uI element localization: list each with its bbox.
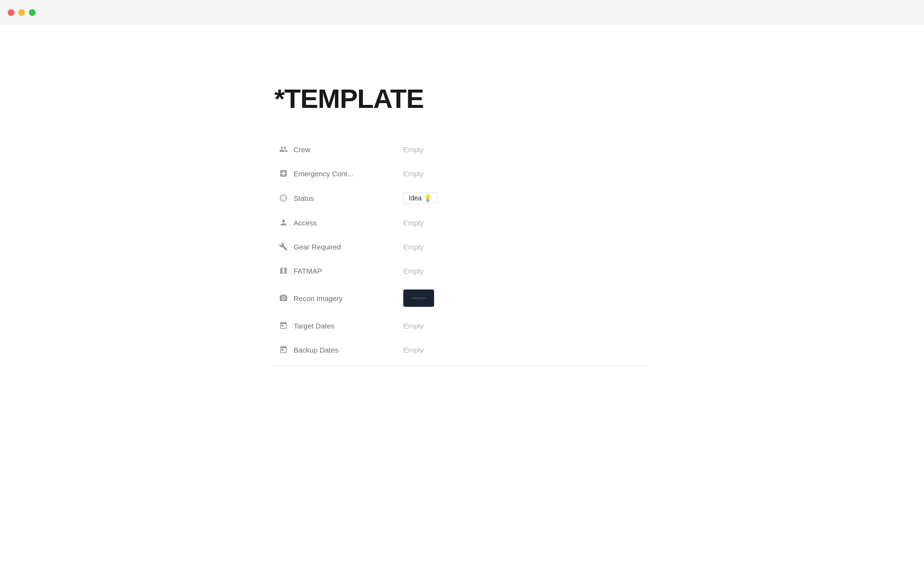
property-list: Crew Empty Emergency Cont... Empty: [274, 137, 650, 362]
calendar-icon: [278, 320, 289, 331]
fatmap-value: Empty: [403, 267, 646, 275]
minimize-button[interactable]: [18, 9, 25, 16]
property-row-target-dates[interactable]: Target Dates Empty: [274, 314, 650, 338]
property-row-status[interactable]: Status Idea 💡: [274, 185, 650, 210]
traffic-lights: [8, 9, 36, 16]
map-icon: [278, 265, 289, 276]
status-icon: [278, 193, 289, 203]
recon-imagery-label: Recon Imagery: [294, 294, 343, 302]
emergency-contact-label: Emergency Cont...: [294, 170, 353, 178]
property-label-access: Access: [278, 217, 403, 228]
target-dates-value: Empty: [403, 322, 646, 330]
property-row-backup-dates[interactable]: Backup Dates Empty: [274, 338, 650, 362]
target-dates-label: Target Dates: [294, 322, 334, 330]
people-icon: [278, 144, 289, 155]
maximize-button[interactable]: [29, 9, 36, 16]
main-content: *TEMPLATE Crew Empty: [0, 0, 924, 405]
status-badge[interactable]: Idea 💡: [403, 192, 437, 204]
titlebar: [0, 0, 924, 25]
crew-value: Empty: [403, 145, 646, 154]
gear-required-value: Empty: [403, 243, 646, 251]
property-row-emergency-contact[interactable]: Emergency Cont... Empty: [274, 161, 650, 185]
property-label-emergency-contact: Emergency Cont...: [278, 168, 403, 179]
property-label-gear-required: Gear Required: [278, 241, 403, 252]
page-title[interactable]: *TEMPLATE: [274, 83, 650, 114]
backup-dates-label: Backup Dates: [294, 346, 338, 354]
emergency-contact-value: Empty: [403, 170, 646, 178]
property-row-gear-required[interactable]: Gear Required Empty: [274, 235, 650, 259]
property-row-fatmap[interactable]: FATMAP Empty: [274, 259, 650, 283]
property-label-recon-imagery: Recon Imagery: [278, 293, 403, 303]
status-value: Idea 💡: [403, 192, 646, 204]
camera-icon: [278, 293, 289, 303]
property-label-backup-dates: Backup Dates: [278, 344, 403, 355]
property-row-access[interactable]: Access Empty: [274, 210, 650, 235]
wrench-icon: [278, 241, 289, 252]
property-label-fatmap: FATMAP: [278, 265, 403, 276]
property-label-status: Status: [278, 193, 403, 203]
access-label: Access: [294, 219, 317, 227]
person-icon: [278, 217, 289, 228]
fatmap-label: FATMAP: [294, 267, 322, 275]
recon-thumbnail[interactable]: [403, 289, 434, 307]
bottom-divider: [274, 366, 650, 366]
medical-icon: [278, 168, 289, 179]
property-row-crew[interactable]: Crew Empty: [274, 137, 650, 161]
access-value: Empty: [403, 219, 646, 227]
property-label-target-dates: Target Dates: [278, 320, 403, 331]
property-row-recon-imagery[interactable]: Recon Imagery: [274, 283, 650, 314]
status-label: Status: [294, 194, 314, 202]
recon-thumbnail-line: [412, 298, 425, 299]
recon-imagery-value: [403, 289, 646, 307]
gear-required-label: Gear Required: [294, 243, 341, 251]
property-label-crew: Crew: [278, 144, 403, 155]
page-container: *TEMPLATE Crew Empty: [255, 25, 669, 405]
crew-label: Crew: [294, 145, 310, 154]
backup-dates-value: Empty: [403, 346, 646, 354]
close-button[interactable]: [8, 9, 14, 16]
calendar-backup-icon: [278, 344, 289, 355]
